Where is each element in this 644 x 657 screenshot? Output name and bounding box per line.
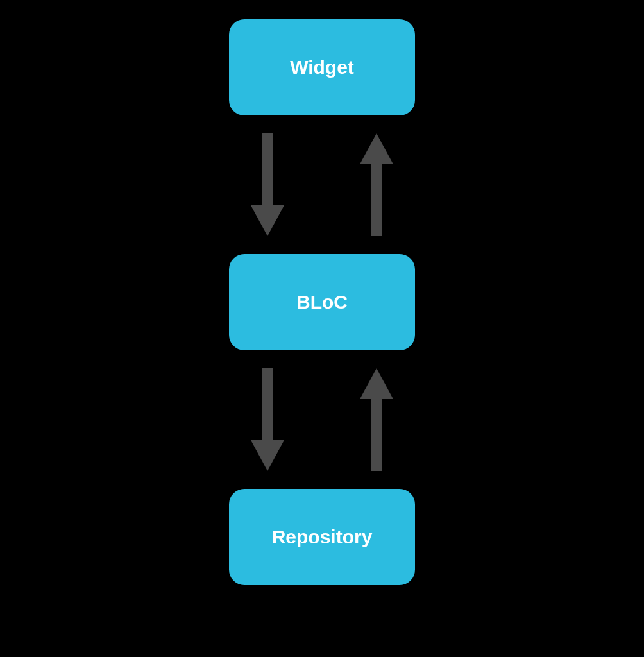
svg-marker-7 — [360, 368, 393, 399]
arrow-section-1 — [248, 115, 396, 254]
repository-node-label: Repository — [272, 526, 373, 548]
bloc-node: BLoC — [229, 254, 415, 350]
arrow-section-2 — [248, 350, 396, 489]
arrow-down-icon — [248, 368, 287, 471]
bloc-node-label: BLoC — [296, 291, 348, 313]
svg-marker-3 — [360, 133, 393, 164]
svg-marker-5 — [251, 440, 284, 471]
repository-node: Repository — [229, 489, 415, 585]
arrow-up-icon — [357, 133, 396, 236]
widget-node: Widget — [229, 19, 415, 115]
arrow-down-icon — [248, 133, 287, 236]
arrow-up-icon — [357, 368, 396, 471]
widget-node-label: Widget — [290, 56, 354, 78]
architecture-diagram: Widget BLoC Repository — [229, 19, 415, 585]
svg-marker-1 — [251, 205, 284, 236]
